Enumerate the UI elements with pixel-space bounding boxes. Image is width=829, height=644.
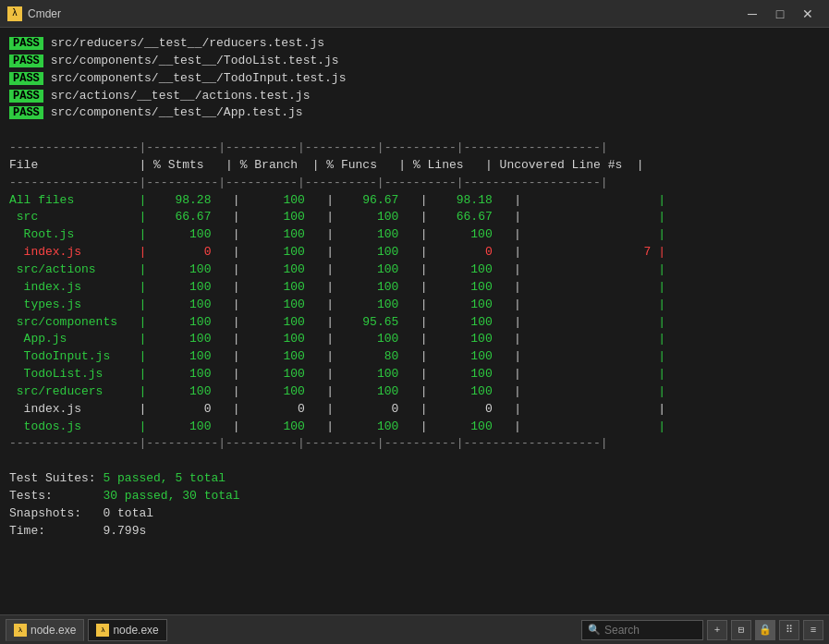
- app-icon: λ: [7, 6, 22, 21]
- add-tab-button[interactable]: +: [707, 620, 727, 640]
- pass-badge-3: PASS: [9, 72, 43, 85]
- pass-file-3: src/components/__test__/TodoInput.test.j…: [51, 71, 347, 85]
- pass-file-4: src/actions/__test__/actions.test.js: [51, 89, 311, 103]
- search-box[interactable]: 🔍: [581, 620, 703, 640]
- window-controls: ─ □ ✕: [738, 0, 822, 28]
- tab-label-2: node.exe: [113, 624, 158, 637]
- bottom-bar: λ node.exe λ node.exe 🔍 + ⊟ 🔒 ⠿ ≡: [0, 614, 829, 644]
- pass-file-1: src/reducers/__test__/reducers.test.js: [51, 36, 324, 50]
- grid-icon[interactable]: ⠿: [779, 620, 799, 640]
- tab-node-2[interactable]: λ node.exe: [88, 619, 166, 641]
- maximize-button[interactable]: □: [766, 0, 794, 28]
- terminal-output: PASS src/reducers/__test__/reducers.test…: [9, 35, 820, 540]
- title-bar-left: λ Cmder: [7, 6, 61, 21]
- close-button[interactable]: ✕: [794, 0, 822, 28]
- tab-node-1[interactable]: λ node.exe: [6, 619, 84, 641]
- split-button[interactable]: ⊟: [731, 620, 751, 640]
- window-title: Cmder: [28, 7, 61, 20]
- pass-badge-4: PASS: [9, 90, 43, 103]
- menu-icon[interactable]: ≡: [803, 620, 823, 640]
- terminal-area: PASS src/reducers/__test__/reducers.test…: [0, 28, 829, 614]
- tab-icon-2: λ: [96, 624, 109, 637]
- pass-badge-2: PASS: [9, 55, 43, 67]
- title-bar: λ Cmder ─ □ ✕: [0, 0, 829, 28]
- search-input[interactable]: [604, 624, 697, 637]
- bottom-right-controls: 🔍 + ⊟ 🔒 ⠿ ≡: [581, 620, 823, 640]
- tab-label-1: node.exe: [30, 624, 76, 637]
- pass-badge-5: PASS: [9, 106, 43, 119]
- pass-badge-1: PASS: [9, 37, 43, 50]
- pass-file-2: src/components/__test__/TodoList.test.js: [51, 54, 339, 67]
- pass-file-5: src/components/__test__/App.test.js: [51, 105, 303, 119]
- search-icon: 🔍: [588, 624, 601, 636]
- tab-icon-1: λ: [14, 624, 27, 637]
- minimize-button[interactable]: ─: [738, 0, 766, 28]
- lock-icon[interactable]: 🔒: [755, 620, 775, 640]
